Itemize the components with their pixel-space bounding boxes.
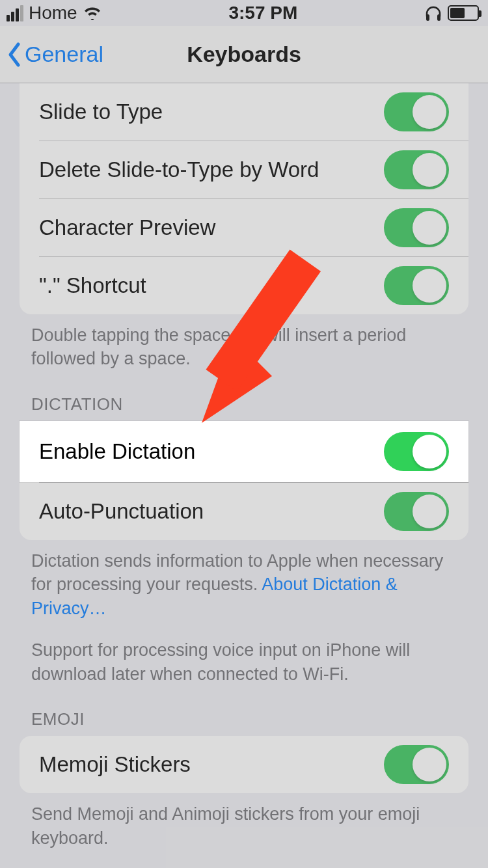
switch-auto-punctuation[interactable] — [384, 492, 449, 531]
footer-dictation-download: Support for processing voice input on iP… — [0, 620, 488, 686]
switch-slide-to-type[interactable] — [384, 92, 449, 131]
switch-period-shortcut[interactable] — [384, 266, 449, 305]
footer-period-shortcut: Double tapping the space bar will insert… — [0, 314, 488, 371]
row-slide-to-type[interactable]: Slide to Type — [20, 83, 468, 141]
switch-delete-slide-by-word[interactable] — [384, 150, 449, 189]
row-label: Character Preview — [39, 215, 215, 240]
row-label: Memoji Stickers — [39, 752, 191, 777]
highlight-enable-dictation[interactable]: Enable Dictation — [20, 421, 468, 482]
wifi-icon — [83, 6, 102, 20]
group-emoji: Memoji Stickers — [20, 736, 468, 793]
row-label: Auto-Punctuation — [39, 499, 204, 524]
switch-memoji-stickers[interactable] — [384, 745, 449, 784]
svg-rect-0 — [426, 14, 429, 21]
status-right — [424, 5, 479, 21]
row-label: Slide to Type — [39, 100, 163, 124]
row-delete-slide-by-word[interactable]: Delete Slide-to-Type by Word — [20, 141, 468, 198]
battery-icon — [448, 5, 479, 21]
status-time: 3:57 PM — [228, 3, 297, 23]
footer-dictation-privacy: Dictation sends information to Apple whe… — [0, 540, 488, 620]
footer-memoji: Send Memoji and Animoji stickers from yo… — [0, 793, 488, 850]
row-auto-punctuation[interactable]: Auto-Punctuation — [20, 483, 468, 540]
back-button[interactable]: General — [0, 42, 103, 68]
chevron-left-icon — [7, 42, 22, 68]
status-left: Home — [7, 3, 102, 23]
section-header-dictation: DICTATION — [0, 371, 488, 421]
svg-rect-1 — [437, 14, 441, 21]
section-header-emoji: EMOJI — [0, 686, 488, 736]
switch-enable-dictation[interactable] — [384, 432, 449, 471]
row-period-shortcut[interactable]: "." Shortcut — [20, 257, 468, 314]
status-bar: Home 3:57 PM — [0, 0, 488, 26]
carrier-label: Home — [29, 3, 77, 23]
headphones-icon — [424, 5, 442, 21]
row-label: "." Shortcut — [39, 273, 146, 298]
row-character-preview[interactable]: Character Preview — [20, 199, 468, 256]
row-label: Delete Slide-to-Type by Word — [39, 157, 319, 182]
row-memoji-stickers[interactable]: Memoji Stickers — [20, 736, 468, 793]
row-label: Enable Dictation — [39, 439, 195, 464]
back-label: General — [25, 42, 103, 67]
cellular-signal-icon — [7, 5, 23, 21]
switch-character-preview[interactable] — [384, 208, 449, 247]
group-keyboard-options: Slide to Type Delete Slide-to-Type by Wo… — [20, 83, 468, 314]
nav-bar: General Keyboards — [0, 26, 488, 83]
